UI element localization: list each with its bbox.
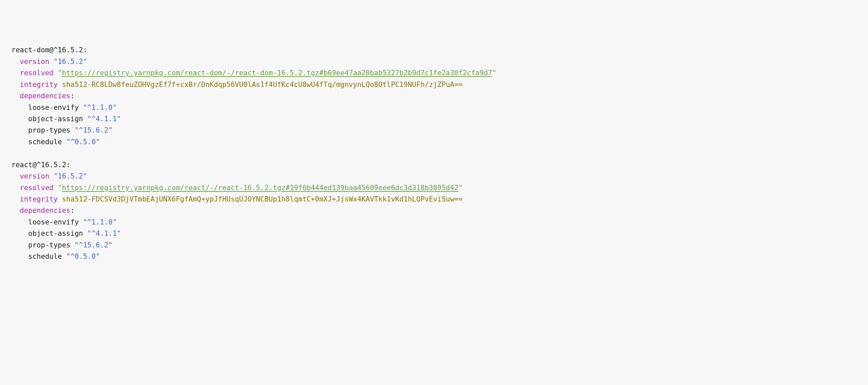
version-key: version: [20, 58, 50, 66]
version-line: version "16.5.2": [11, 56, 857, 67]
dependency-line: schedule "^0.5.0": [11, 136, 857, 147]
version-value: "16.5.2": [53, 58, 87, 66]
dependency-version: "^15.6.2": [75, 126, 113, 134]
dependency-version: "^15.6.2": [75, 241, 113, 249]
dependency-version: "^1.1.0": [83, 218, 117, 226]
dependency-name: schedule: [28, 252, 62, 260]
integrity-value: sha512-FDCSVd3DjVTmbEAjUNX6FgfAmQ+ypJfHU…: [62, 195, 463, 203]
resolved-line: resolved "https://registry.yarnpkg.com/r…: [11, 67, 857, 79]
dependency-line: object-assign "^4.1.1": [11, 228, 857, 239]
package-header: react@^16.5.2:: [11, 159, 857, 171]
integrity-line: integrity sha512-FDCSVd3DjVTmbEAjUNX6Fgf…: [11, 194, 857, 205]
dependency-line: prop-types "^15.6.2": [11, 125, 857, 136]
dependency-line: schedule "^0.5.0": [11, 251, 857, 262]
dependency-line: loose-envify "^1.1.0": [11, 216, 857, 228]
dependency-version: "^4.1.1": [87, 230, 121, 238]
yarn-lock-snippet: react-dom@^16.5.2: version "16.5.2" reso…: [11, 44, 857, 262]
package-header: react-dom@^16.5.2:: [11, 44, 857, 56]
resolved-key: resolved: [20, 69, 53, 77]
dependency-name: schedule: [28, 138, 62, 146]
dependency-name: object-assign: [28, 115, 83, 123]
dependency-name: loose-envify: [28, 218, 79, 226]
dependency-name: prop-types: [28, 241, 70, 249]
dependency-line: prop-types "^15.6.2": [11, 240, 857, 251]
resolved-key: resolved: [20, 184, 53, 192]
dependency-version: "^0.5.0": [66, 138, 100, 146]
dependency-line: object-assign "^4.1.1": [11, 113, 857, 125]
resolved-url: https://registry.yarnpkg.com/react/-/rea…: [62, 184, 458, 192]
dependency-line: loose-envify "^1.1.0": [11, 102, 857, 113]
version-key: version: [20, 172, 50, 180]
version-value: "16.5.2": [53, 172, 87, 180]
package-name: react-dom@^16.5.2:: [11, 46, 87, 54]
dependency-name: prop-types: [28, 126, 70, 134]
dependencies-line: dependencies:: [11, 90, 857, 102]
integrity-value: sha512-RC8LDw8feuZOHVgzEf7f+cxBr/DnKdqp5…: [62, 80, 463, 89]
blank-line: [11, 147, 857, 159]
integrity-key: integrity: [20, 80, 58, 89]
resolved-line: resolved "https://registry.yarnpkg.com/r…: [11, 182, 857, 194]
dependencies-key: dependencies: [20, 207, 70, 214]
integrity-key: integrity: [20, 195, 58, 203]
package-name: react@^16.5.2:: [11, 161, 70, 169]
resolved-url: https://registry.yarnpkg.com/react-dom/-…: [62, 69, 492, 77]
version-line: version "16.5.2": [11, 171, 857, 182]
dependencies-line: dependencies:: [11, 205, 857, 216]
dependency-version: "^4.1.1": [87, 115, 121, 123]
integrity-line: integrity sha512-RC8LDw8feuZOHVgzEf7f+cx…: [11, 79, 857, 90]
dependency-version: "^1.1.0": [83, 104, 117, 112]
dependency-name: loose-envify: [28, 104, 79, 112]
dependency-version: "^0.5.0": [66, 252, 100, 260]
dependencies-key: dependencies: [20, 92, 70, 100]
dependency-name: object-assign: [28, 230, 83, 238]
